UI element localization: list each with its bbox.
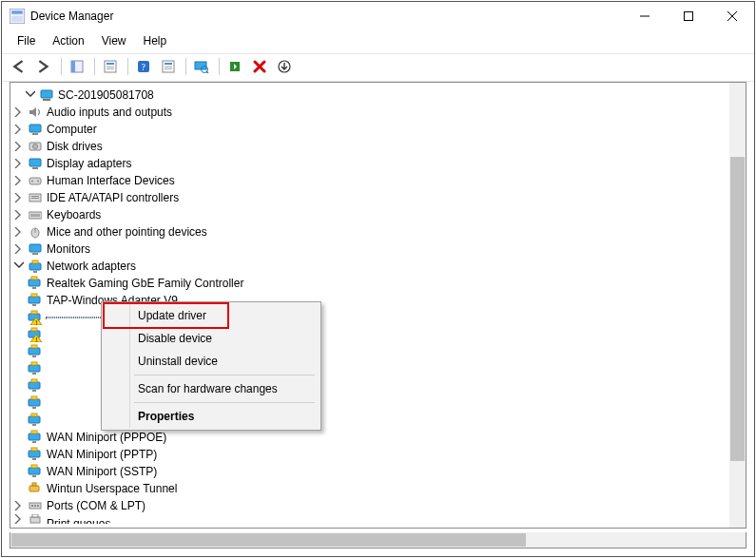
window-title: Device Manager	[30, 10, 623, 23]
network-adapter-icon	[28, 293, 43, 308]
printer-icon	[28, 514, 43, 524]
tree-category-label: Human Interface Devices	[47, 172, 175, 189]
close-button[interactable]	[710, 2, 754, 30]
maximize-button[interactable]	[667, 2, 710, 30]
tree-root[interactable]: SC-201905081708	[12, 87, 729, 104]
tree-category[interactable]: Human Interface Devices	[12, 172, 729, 189]
device-tree[interactable]: SC-201905081708 Audio inputs and outputs…	[10, 83, 729, 528]
scan-hardware-button[interactable]	[190, 56, 213, 77]
tree-category-label: Ports (COM & LPT)	[47, 497, 145, 514]
network-adapter-icon	[28, 447, 43, 462]
context-menu-item-label: Disable device	[138, 332, 212, 345]
menu-help[interactable]: Help	[136, 32, 175, 49]
tree-category-network-adapters[interactable]: Network adapters	[12, 258, 729, 275]
chevron-right-icon[interactable]	[12, 123, 26, 136]
tree-device-label: WAN Miniport (PPTP)	[47, 446, 157, 463]
expander-spacer	[12, 379, 26, 393]
context-menu-properties[interactable]: Properties	[104, 405, 319, 428]
tree-category-label: Network adapters	[47, 258, 136, 275]
context-menu-uninstall-device[interactable]: Uninstall device	[104, 350, 319, 373]
tree-device[interactable]: Realtek Gaming GbE Family Controller	[12, 275, 729, 292]
window-frame: Device Manager File Action View Help	[1, 1, 755, 557]
tree-category-label: Keyboards	[47, 206, 101, 223]
expander-spacer	[12, 345, 26, 358]
uninstall-device-button[interactable]	[248, 56, 271, 77]
chevron-right-icon[interactable]	[12, 174, 26, 187]
minimize-button[interactable]	[623, 2, 667, 30]
monitor-icon	[28, 122, 43, 137]
computer-icon	[39, 87, 54, 103]
network-adapter-warning-icon	[28, 327, 43, 342]
tree-category[interactable]: Mice and other pointing devices	[12, 223, 729, 241]
tree-device[interactable]: Wintun Userspace Tunnel	[12, 480, 729, 497]
mouse-icon	[28, 224, 43, 240]
chevron-right-icon[interactable]	[12, 225, 26, 239]
chevron-right-icon[interactable]	[12, 157, 26, 170]
tree-category[interactable]: Keyboards	[12, 206, 729, 223]
chevron-right-icon[interactable]	[12, 140, 26, 153]
nav-forward-button[interactable]	[32, 56, 55, 77]
tree-category-label: Display adapters	[47, 155, 131, 172]
tree-device-label: WAN Miniport (SSTP)	[47, 463, 157, 480]
ide-icon	[28, 190, 43, 205]
tree-category[interactable]: Display adapters	[12, 155, 729, 172]
network-adapter-icon	[28, 276, 43, 291]
tree-device[interactable]: WAN Miniport (SSTP)	[12, 463, 729, 480]
toolbar-separator	[127, 58, 128, 75]
port-icon	[28, 498, 43, 513]
properties-button[interactable]	[99, 56, 122, 77]
context-menu-disable-device[interactable]: Disable device	[104, 327, 319, 350]
tree-category[interactable]: Monitors	[12, 241, 729, 258]
expander-spacer	[12, 277, 26, 290]
monitor-icon	[28, 241, 43, 257]
expander-spacer	[12, 311, 26, 324]
nav-back-button[interactable]	[8, 56, 30, 77]
app-icon	[10, 9, 25, 24]
tree-category[interactable]: Audio inputs and outputs	[12, 104, 729, 121]
network-adapter-icon	[28, 378, 43, 394]
chevron-right-icon[interactable]	[12, 208, 26, 221]
menu-action[interactable]: Action	[45, 32, 91, 49]
tree-device[interactable]: WAN Miniport (PPPOE)	[12, 429, 729, 446]
chevron-right-icon[interactable]	[12, 191, 26, 204]
tree-device-label: Realtek Gaming GbE Family Controller	[47, 275, 243, 292]
expander-spacer	[12, 448, 26, 461]
chevron-down-icon[interactable]	[12, 260, 26, 273]
context-menu-update-driver[interactable]: Update driver	[104, 304, 319, 327]
chevron-right-icon[interactable]	[12, 499, 26, 512]
chevron-right-icon[interactable]	[12, 242, 26, 256]
toolbar	[2, 53, 754, 82]
tree-category[interactable]: Print queues	[12, 514, 729, 524]
scrollbar-thumb[interactable]	[730, 157, 745, 461]
network-adapter-icon	[28, 481, 43, 496]
enable-device-button[interactable]	[223, 56, 246, 77]
menu-file[interactable]: File	[10, 32, 43, 49]
update-driver-button[interactable]	[273, 56, 296, 77]
chevron-right-icon[interactable]	[12, 106, 26, 119]
tree-category[interactable]: Ports (COM & LPT)	[12, 497, 729, 514]
tree-device[interactable]: WAN Miniport (PPTP)	[12, 446, 729, 463]
toolbar-separator	[185, 58, 186, 75]
show-hide-console-tree-button[interactable]	[66, 56, 88, 77]
toolbar-separator	[61, 58, 62, 75]
expander-spacer	[12, 362, 26, 375]
tree-category[interactable]: Disk drives	[12, 138, 729, 155]
vertical-scrollbar[interactable]	[729, 83, 746, 528]
horizontal-scrollbar[interactable]	[10, 532, 746, 548]
tree-category[interactable]: Computer	[12, 121, 729, 138]
context-menu-scan-hardware[interactable]: Scan for hardware changes	[104, 377, 319, 400]
window-controls	[623, 2, 754, 30]
help-button[interactable]	[132, 56, 155, 77]
tree-category-label: Disk drives	[47, 138, 103, 155]
svg-rect-48	[71, 61, 75, 72]
tree-category-label: Audio inputs and outputs	[47, 104, 172, 121]
chevron-right-icon[interactable]	[12, 514, 26, 524]
expander-spacer	[12, 465, 26, 478]
tree-category[interactable]: IDE ATA/ATAPI controllers	[12, 189, 729, 206]
scrollbar-thumb[interactable]	[11, 533, 526, 547]
context-menu-item-label: Uninstall device	[138, 355, 218, 368]
context-menu-item-label: Properties	[138, 410, 194, 423]
menu-view[interactable]: View	[94, 32, 134, 49]
action-center-button[interactable]	[157, 56, 180, 77]
chevron-down-icon[interactable]	[24, 88, 37, 102]
